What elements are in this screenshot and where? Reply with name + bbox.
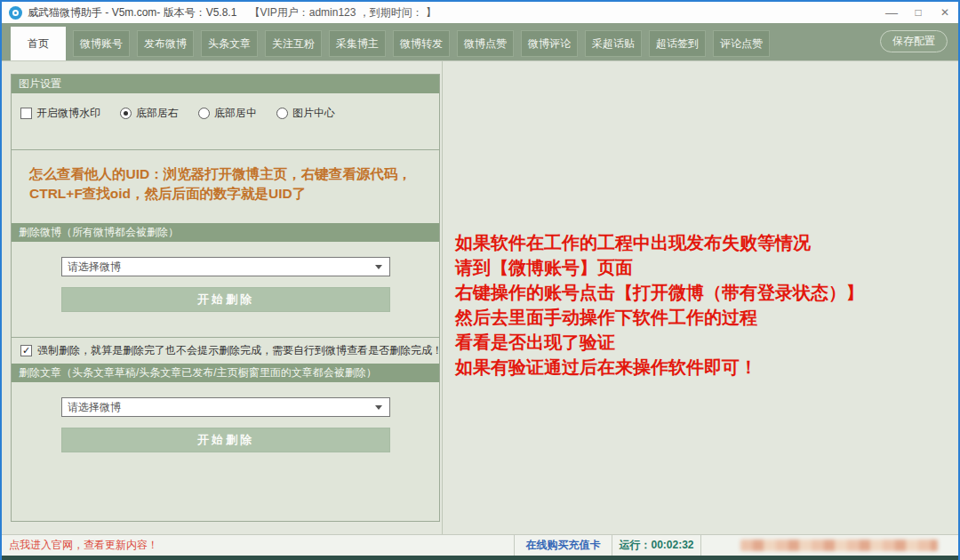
vertical-divider <box>442 61 443 534</box>
watermark-checkbox-box[interactable] <box>20 108 32 119</box>
main-content: 图片设置 开启微博水印 底部居右底部居中图片中心 怎么查看他人的UID：浏览器打… <box>2 60 958 534</box>
radio-label: 底部居中 <box>214 106 257 121</box>
force-delete-checkbox-box[interactable] <box>20 345 32 356</box>
minimize-button[interactable]: — <box>878 2 905 23</box>
settings-panel: 图片设置 开启微博水印 底部居右底部居中图片中心 怎么查看他人的UID：浏览器打… <box>11 74 440 522</box>
watermark-checkbox-label: 开启微博水印 <box>36 106 100 121</box>
uid-help-line-2: CTRL+F查找oid，然后后面的数字就是UID了 <box>29 184 428 204</box>
watermark-position-radio-1[interactable]: 底部居中 <box>198 106 257 121</box>
tab-toutiao-article[interactable]: 头条文章 <box>201 30 258 57</box>
radio-icon[interactable] <box>198 108 210 119</box>
notice-line-3: 然后去里面手动操作下软件工作的过程 <box>455 305 864 330</box>
tab-comment-like[interactable]: 评论点赞 <box>713 30 770 57</box>
vip-user-info: 【VIP用户：admin123 ，到期时间： 】 <box>249 5 436 20</box>
notice-line-1: 请到【微博账号】页面 <box>455 255 864 280</box>
radio-label: 底部居右 <box>136 106 179 121</box>
section-separator <box>12 337 439 338</box>
tab-weibo-comment[interactable]: 微博评论 <box>521 30 578 57</box>
window-title: 威武猫微博助手 - V5m.com- 版本号：V5.8.1 <box>28 5 236 20</box>
official-site-link[interactable]: 点我进入官网，查看更新内容！ <box>2 535 514 556</box>
notice-panel: 如果软件在工作的工程中出现发布失败等情况请到【微博账号】页面右键操作的账号点击【… <box>455 230 864 380</box>
chevron-down-icon <box>375 265 382 269</box>
image-settings-header: 图片设置 <box>12 75 439 93</box>
tab-weibo-like[interactable]: 微博点赞 <box>457 30 514 57</box>
image-settings-row: 开启微博水印 底部居右底部居中图片中心 <box>12 93 439 150</box>
delete-article-select[interactable]: 请选择微博 <box>61 397 390 417</box>
radio-label: 图片中心 <box>292 106 335 121</box>
title-bar: 威武猫微博助手 - V5m.com- 版本号：V5.8.1 【VIP用户：adm… <box>2 2 958 23</box>
tab-strip: 首页微博账号发布微博头条文章关注互粉采集博主微博转发微博点赞微博评论采超话贴超话… <box>2 23 958 60</box>
radio-icon[interactable] <box>120 108 132 119</box>
watermark-checkbox[interactable]: 开启微博水印 <box>20 106 100 121</box>
radio-icon[interactable] <box>276 108 288 119</box>
tab-post-weibo[interactable]: 发布微博 <box>137 30 194 57</box>
tab-home[interactable]: 首页 <box>11 27 66 60</box>
force-delete-checkbox-label: 强制删除，就算是删除完了也不会提示删除完成，需要自行到微博查看是否删除完成！ <box>37 343 443 358</box>
tab-supertopic-checkin[interactable]: 超话签到 <box>649 30 706 57</box>
notice-line-5: 如果有验证通过后在来操作软件即可！ <box>455 355 864 380</box>
buy-card-link[interactable]: 在线购买充值卡 <box>514 535 612 556</box>
close-button[interactable]: ✕ <box>932 2 958 23</box>
delete-weibo-select[interactable]: 请选择微博 <box>61 257 390 276</box>
notice-line-4: 看看是否出现了验证 <box>455 330 864 355</box>
delete-weibo-start-button[interactable]: 开始删除 <box>61 287 390 312</box>
maximize-button[interactable]: □ <box>905 2 932 23</box>
app-window: 威武猫微博助手 - V5m.com- 版本号：V5.8.1 【VIP用户：adm… <box>0 0 960 560</box>
chevron-down-icon <box>375 405 382 410</box>
watermark-position-radio-2[interactable]: 图片中心 <box>276 106 335 121</box>
tab-strip-items: 首页微博账号发布微博头条文章关注互粉采集博主微博转发微博点赞微博评论采超话贴超话… <box>11 27 777 60</box>
save-config-button[interactable]: 保存配置 <box>880 30 948 52</box>
delete-weibo-header: 删除微博（所有微博都会被删除） <box>12 223 439 242</box>
uid-help-line-1: 怎么查看他人的UID：浏览器打开微博主页，右键查看源代码， <box>29 164 428 184</box>
tab-follow-mutual[interactable]: 关注互粉 <box>265 30 322 57</box>
redacted-text <box>740 540 938 551</box>
delete-article-start-button[interactable]: 开始删除 <box>61 428 390 452</box>
delete-article-select-value: 请选择微博 <box>68 400 121 415</box>
watermark-position-radios: 底部居右底部居中图片中心 <box>120 106 335 121</box>
status-bar: 点我进入官网，查看更新内容！ 在线购买充值卡 运行：00:02:32 <box>2 534 958 556</box>
delete-article-header: 删除文章（头条文章草稿/头条文章已发布/主页橱窗里面的文章都会被删除） <box>12 364 439 382</box>
force-delete-checkbox[interactable]: 强制删除，就算是删除完了也不会提示删除完成，需要自行到微博查看是否删除完成！ <box>20 343 439 358</box>
tab-weibo-repost[interactable]: 微博转发 <box>393 30 450 57</box>
window-controls: — □ ✕ <box>878 2 958 23</box>
notice-line-0: 如果软件在工作的工程中出现发布失败等情况 <box>455 230 864 255</box>
status-right-segment <box>700 535 958 556</box>
tab-weibo-account[interactable]: 微博账号 <box>73 30 130 57</box>
runtime-counter: 运行：00:02:32 <box>612 535 700 556</box>
notice-line-2: 右键操作的账号点击【打开微博（带有登录状态）】 <box>455 280 864 305</box>
watermark-position-radio-0[interactable]: 底部居右 <box>120 106 179 121</box>
window-bottom-edge <box>2 556 958 560</box>
app-icon <box>9 6 22 20</box>
tab-supertopic-post[interactable]: 采超话贴 <box>585 30 642 57</box>
uid-help-text: 怎么查看他人的UID：浏览器打开微博主页，右键查看源代码， CTRL+F查找oi… <box>12 150 439 204</box>
tab-collect-blogger[interactable]: 采集博主 <box>329 30 386 57</box>
delete-weibo-select-value: 请选择微博 <box>68 260 121 275</box>
